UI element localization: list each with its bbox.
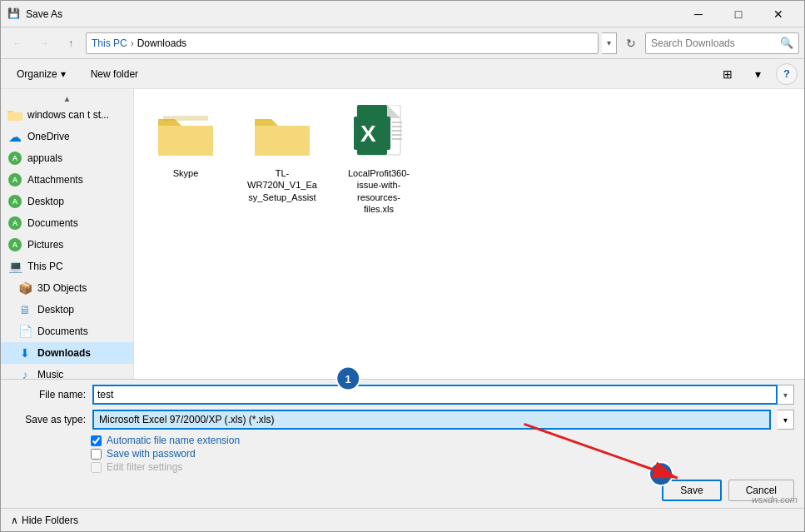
main-content: ▲ windows can t st... ☁ OneDrive (1, 89, 804, 379)
sidebar-item-onedrive[interactable]: ☁ OneDrive (1, 126, 133, 147)
attachments-icon: A (7, 172, 22, 187)
edit-filter-checkbox (91, 462, 102, 473)
svg-rect-9 (392, 134, 402, 136)
edit-filter-checkbox-row: Edit filter settings (91, 461, 714, 473)
skype-folder-icon (157, 104, 215, 162)
breadcrumb[interactable]: This PC › Downloads (86, 32, 599, 54)
breadcrumb-downloads[interactable]: Downloads (137, 37, 186, 49)
auto-extension-checkbox-row[interactable]: Automatic file name extension (91, 435, 714, 446)
save-with-password-checkbox-row[interactable]: Save with password (91, 448, 714, 460)
breadcrumb-this-pc[interactable]: This PC (92, 37, 127, 49)
window-controls: ─ □ ✕ (679, 2, 798, 27)
file-item-skype[interactable]: Skype (144, 99, 227, 220)
filename-label: File name: (11, 389, 86, 400)
hide-folders-button[interactable]: ∧ Hide Folders (11, 515, 78, 526)
filename-dropdown-arrow[interactable]: ▾ (778, 385, 794, 405)
save-as-dialog: 💾 Save As ─ □ ✕ ← → ↑ This PC › Download… (0, 0, 805, 532)
new-folder-label: New folder (91, 68, 138, 80)
address-dropdown-arrow[interactable]: ▾ (602, 32, 617, 54)
saveastype-dropdown-highlighted[interactable]: Microsoft Excel 97/2000/XP (.xls) (*.xls… (92, 410, 771, 430)
organize-button[interactable]: Organize ▾ (7, 63, 75, 85)
action-buttons-row: Save Cancel (1, 476, 804, 508)
sidebar-item-label-attachments: Attachments (27, 174, 83, 186)
title-bar: 💾 Save As ─ □ ✕ (1, 1, 804, 27)
help-button[interactable]: ? (776, 63, 798, 85)
sidebar-item-windows-cant-start[interactable]: windows can t st... (1, 104, 133, 126)
saveastype-dropdown-arrow[interactable]: ▾ (778, 410, 794, 430)
appuals-icon: A (7, 151, 22, 166)
hide-folders-label: Hide Folders (22, 515, 78, 526)
filename-input[interactable] (92, 385, 778, 405)
filename-row: File name: ▾ (1, 380, 804, 407)
localprofit360-file-icon: X (350, 104, 408, 162)
new-folder-button[interactable]: New folder (82, 63, 147, 85)
pictures-icon: A (7, 237, 22, 252)
up-button[interactable]: ↑ (59, 32, 82, 55)
sidebar-item-desktop[interactable]: A Desktop (1, 191, 133, 212)
3dobjects-icon: 📦 (17, 281, 32, 296)
sidebar-item-label-music: Music (37, 369, 63, 379)
sidebar-item-label-desktop2: Desktop (37, 304, 74, 316)
svg-rect-8 (392, 130, 402, 132)
edit-filter-label: Edit filter settings (107, 461, 182, 473)
svg-text:X: X (360, 121, 376, 147)
sidebar-item-label-pictures: Pictures (27, 239, 63, 251)
sidebar-item-documents[interactable]: A Documents (1, 212, 133, 234)
svg-rect-6 (392, 122, 402, 123)
sidebar-item-this-pc[interactable]: 💻 This PC (1, 256, 133, 277)
toolbar: Organize ▾ New folder ⊞ ▾ ? (1, 59, 804, 89)
sidebar-item-label-this-pc: This PC (27, 261, 63, 272)
sidebar-item-3d-objects[interactable]: 📦 3D Objects (1, 277, 133, 299)
sidebar-item-documents2[interactable]: 📄 Documents (1, 321, 133, 342)
view-button[interactable]: ⊞ (716, 63, 739, 85)
organize-arrow: ▾ (61, 68, 66, 80)
desktop-icon: A (7, 194, 22, 209)
tl-wr720n-label: TL-WR720N_V1_Easy_Setup_Assist (246, 167, 319, 203)
refresh-button[interactable]: ↻ (620, 32, 642, 54)
svg-rect-7 (392, 126, 402, 127)
sidebar-item-desktop2[interactable]: 🖥 Desktop (1, 299, 133, 321)
close-button[interactable]: ✕ (759, 2, 798, 27)
search-icon: 🔍 (780, 37, 793, 49)
bottom-panel: File name: ▾ Save as type: Microsoft Exc… (1, 379, 804, 508)
sidebar-item-appuals[interactable]: A appuals (1, 147, 133, 169)
minimize-button[interactable]: ─ (679, 2, 718, 27)
sidebar-item-downloads[interactable]: ⬇ Downloads (1, 342, 133, 364)
search-input[interactable] (651, 37, 777, 49)
music-icon: ♪ (17, 367, 32, 379)
sidebar-item-label-appuals: appuals (27, 152, 62, 164)
sidebar-item-label-windows-cant-start: windows can t st... (27, 109, 109, 121)
thispc-icon: 💻 (7, 259, 22, 274)
maximize-button[interactable]: □ (719, 2, 758, 27)
forward-button[interactable]: → (32, 32, 56, 55)
tl-wr720n-folder-icon (253, 104, 311, 162)
save-button[interactable]: Save (662, 480, 721, 501)
file-item-tl-wr720n[interactable]: TL-WR720N_V1_Easy_Setup_Assist (241, 99, 324, 220)
save-with-password-label: Save with password (107, 448, 196, 460)
skype-label: Skype (173, 167, 199, 179)
auto-extension-checkbox[interactable] (91, 435, 102, 446)
sidebar-item-pictures[interactable]: A Pictures (1, 234, 133, 256)
scroll-up-indicator: ▲ (1, 92, 133, 104)
localprofit360-label: LocalProfit360-issue-with-resources-file… (342, 167, 415, 215)
watermark: wsxdn.com (752, 495, 798, 505)
sidebar-item-attachments[interactable]: A Attachments (1, 169, 133, 191)
sidebar-item-label-documents2: Documents (37, 326, 88, 337)
sidebar-item-label-downloads: Downloads (37, 347, 91, 359)
desktop2-icon: 🖥 (17, 302, 32, 317)
save-type-row: Save as type: Microsoft Excel 97/2000/XP… (1, 407, 804, 433)
save-with-password-checkbox[interactable] (91, 449, 102, 460)
saveastype-label: Save as type: (11, 414, 86, 425)
documents-icon: A (7, 216, 22, 231)
footer: ∧ Hide Folders (1, 508, 804, 531)
sidebar-item-music[interactable]: ♪ Music (1, 364, 133, 379)
sidebar-item-label-desktop: Desktop (27, 196, 64, 207)
file-item-localprofit360[interactable]: X LocalProfit360-issue-with-resources-fi… (337, 99, 420, 220)
search-box[interactable]: 🔍 (645, 32, 799, 54)
downloads-icon: ⬇ (17, 346, 32, 360)
auto-extension-label: Automatic file name extension (107, 435, 240, 446)
breadcrumb-separator: › (131, 37, 134, 49)
view-dropdown-button[interactable]: ▾ (746, 63, 769, 85)
folder-icon (7, 107, 22, 122)
back-button[interactable]: ← (6, 32, 29, 55)
